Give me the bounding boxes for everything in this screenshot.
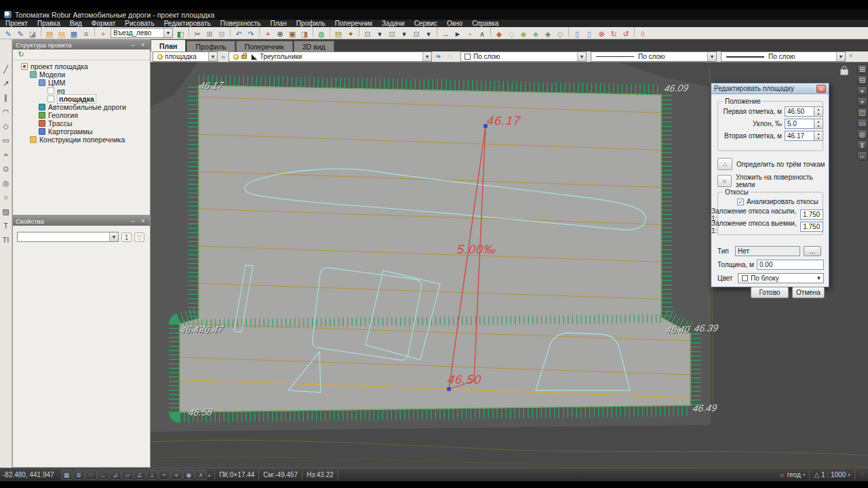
toolbar-icon[interactable]: ○ bbox=[1, 192, 12, 203]
toolbar-icon[interactable]: ◎ bbox=[1, 178, 12, 188]
toolbar-icon[interactable]: ⌖ bbox=[857, 86, 867, 96]
menu-item-11[interactable]: Задачи bbox=[382, 20, 405, 27]
toolbar-icon[interactable]: ↶ bbox=[233, 29, 244, 39]
menu-item-3[interactable]: Вид bbox=[70, 20, 82, 27]
toolbar-icon[interactable]: ▤ bbox=[56, 29, 67, 39]
lineweight-combo[interactable]: По слою ▼ bbox=[721, 52, 846, 62]
toolbar-icon[interactable]: ⊡ bbox=[411, 29, 422, 39]
refresh-icon[interactable]: ↻ bbox=[16, 49, 26, 60]
toolbar-icon[interactable]: ✎ bbox=[15, 29, 26, 39]
tab-3D вид[interactable]: 3D вид bbox=[294, 41, 334, 52]
menu-item-4[interactable]: Формат bbox=[92, 20, 116, 27]
toolbar-icon[interactable]: ⊙ bbox=[1, 163, 12, 174]
surface-display-icon[interactable]: ≈ bbox=[218, 53, 229, 61]
toolbar-icon[interactable]: ◠ bbox=[1, 106, 12, 117]
toolbar-icon[interactable]: ⇔ bbox=[857, 151, 867, 161]
toolbar-icon[interactable]: TI bbox=[1, 235, 12, 245]
menu-item-1[interactable]: Проект bbox=[5, 20, 28, 27]
browse-button[interactable]: ... bbox=[804, 246, 821, 256]
snap-magnet-toggle[interactable]: ∩ bbox=[859, 471, 864, 479]
chevron-down-icon[interactable]: ▼ bbox=[422, 52, 431, 61]
toolbar-icon[interactable]: ∠ bbox=[134, 470, 146, 480]
fill-slope-input[interactable]: 1.750 bbox=[800, 209, 823, 220]
toolbar-icon[interactable]: ↻ bbox=[608, 29, 619, 39]
toolbar-icon[interactable]: ∧ bbox=[195, 470, 207, 480]
toolbar-icon[interactable]: ⇕ bbox=[857, 140, 867, 150]
slope-input[interactable]: 5.0 bbox=[785, 119, 814, 129]
toolbar-icon[interactable]: ⊡ bbox=[387, 29, 397, 39]
toolbar-icon[interactable]: ▾ bbox=[374, 29, 385, 39]
menu-item-12[interactable]: Сервис bbox=[414, 20, 437, 27]
second-elevation-input[interactable]: 46.17 bbox=[785, 131, 814, 141]
toolbar-icon[interactable]: ◉ bbox=[183, 470, 195, 480]
toolbar-icon[interactable]: ⊕ bbox=[275, 29, 285, 39]
close-icon[interactable]: × bbox=[139, 41, 147, 48]
cut-slope-input[interactable]: 1.750 bbox=[800, 222, 823, 232]
tab-Поперечник[interactable]: Поперечник bbox=[236, 41, 293, 52]
toolbar-icon[interactable]: ▯ bbox=[572, 29, 583, 39]
toolbar-icon[interactable]: ▣ bbox=[287, 29, 298, 39]
toolbar-icon[interactable]: ⌖ bbox=[262, 29, 273, 39]
toolbar-icon[interactable]: ✂ bbox=[192, 29, 203, 39]
close-icon[interactable]: × bbox=[816, 85, 826, 93]
toolbar-icon[interactable]: ⊗ bbox=[596, 29, 607, 39]
tree-item-проект площадка[interactable]: проект площадка bbox=[13, 62, 150, 70]
tab-План[interactable]: План bbox=[151, 39, 186, 52]
drawing-canvas[interactable]: 46.1746.0946.4746.4746.4046.3946.5846.49… bbox=[151, 62, 868, 468]
first-elevation-stepper[interactable]: ▲▼ bbox=[814, 106, 823, 117]
snap-caret-icon[interactable]: ▴ bbox=[208, 472, 211, 478]
toolbar-icon[interactable]: ∥ bbox=[1, 92, 12, 103]
toolbar-icon[interactable]: ≣ bbox=[73, 470, 85, 480]
toolbar-icon[interactable]: ▭ bbox=[857, 119, 867, 128]
chevron-down-icon[interactable]: ▼ bbox=[814, 274, 823, 283]
lay-on-ground-button[interactable]: ≈ Уложить на поверхность земли bbox=[717, 174, 829, 188]
layer-tail-icon[interactable]: ° bbox=[846, 53, 856, 61]
menu-item-14[interactable]: Справка bbox=[472, 20, 498, 27]
tree-item-Конструкции поперечника[interactable]: Конструкции поперечника bbox=[13, 136, 150, 144]
toolbar-icon[interactable]: ⊿ bbox=[110, 470, 121, 480]
filter-icon[interactable]: ▽ bbox=[134, 232, 144, 242]
toolbar-icon[interactable]: ≡ bbox=[81, 29, 92, 39]
menu-item-13[interactable]: Окно bbox=[447, 20, 462, 27]
toolbar-icon[interactable]: ◫ bbox=[857, 108, 867, 117]
chevron-down-icon[interactable]: ▼ bbox=[707, 52, 716, 61]
menu-item-8[interactable]: План bbox=[271, 20, 287, 27]
menu-item-9[interactable]: Профиль bbox=[296, 20, 326, 27]
dialog-titlebar[interactable]: Редактировать площадку × bbox=[711, 83, 829, 94]
toolbar-icon[interactable]: ❧ bbox=[433, 52, 443, 62]
analyze-slopes-checkbox[interactable]: ✓ bbox=[737, 199, 744, 205]
chevron-down-icon[interactable]: ▼ bbox=[836, 52, 845, 61]
toolbar-icon[interactable]: ◨ bbox=[299, 29, 310, 39]
location-combo[interactable]: Въезд_лево ▼ bbox=[111, 28, 173, 38]
chevron-down-icon[interactable]: ▼ bbox=[163, 28, 172, 37]
pin-icon[interactable]: ⌐ bbox=[130, 218, 138, 224]
toolbar-icon[interactable]: ▭ bbox=[1, 135, 12, 146]
cancel-button[interactable]: Отмена bbox=[792, 287, 825, 298]
tree-item-Модели[interactable]: Модели bbox=[13, 70, 150, 79]
menu-item-5[interactable]: Рисовать bbox=[125, 20, 154, 27]
toolbar-icon[interactable]: ≈ bbox=[1, 149, 12, 160]
toolbar-icon[interactable]: ◈ bbox=[542, 29, 553, 39]
toolbar-icon[interactable]: ⊞ bbox=[857, 64, 867, 74]
tree-item-Геология[interactable]: Геология bbox=[13, 111, 150, 119]
toolbar-icon[interactable]: ⊞ bbox=[204, 29, 215, 39]
toolbar-icon[interactable]: ◇ bbox=[506, 29, 517, 39]
tree-item-Картограммы[interactable]: Картограммы bbox=[13, 127, 150, 136]
toolbar-icon[interactable]: ⌖ bbox=[171, 470, 182, 480]
toolbar-icon[interactable]: ▾ bbox=[423, 29, 434, 39]
toolbar-icon[interactable]: ◇ bbox=[555, 29, 566, 39]
toolbar-icon[interactable]: ⊡ bbox=[362, 29, 373, 39]
properties-selector-combo[interactable]: ▼ bbox=[17, 232, 119, 242]
scale-selector[interactable]: △ 1 : 1000 ▾ bbox=[814, 471, 850, 479]
slope-stepper[interactable]: ▲▼ bbox=[814, 119, 823, 129]
tree-item-Трассы[interactable]: Трассы bbox=[13, 119, 150, 127]
toolbar-icon[interactable]: ◪ bbox=[27, 29, 38, 39]
toolbar-icon[interactable]: + bbox=[159, 470, 170, 480]
tree-item-ЦММ[interactable]: ЦММ bbox=[13, 79, 150, 87]
toolbar-icon[interactable]: ▤ bbox=[44, 29, 55, 39]
toolbar-icon[interactable]: ▱ bbox=[122, 470, 134, 480]
toolbar-icon[interactable]: ◆ bbox=[494, 29, 505, 39]
pin-icon[interactable]: ⌐ bbox=[130, 41, 138, 48]
analyze-slopes-row[interactable]: ✓ Анализировать откосы bbox=[737, 198, 818, 205]
toolbar-icon[interactable]: ╱ bbox=[1, 64, 12, 75]
